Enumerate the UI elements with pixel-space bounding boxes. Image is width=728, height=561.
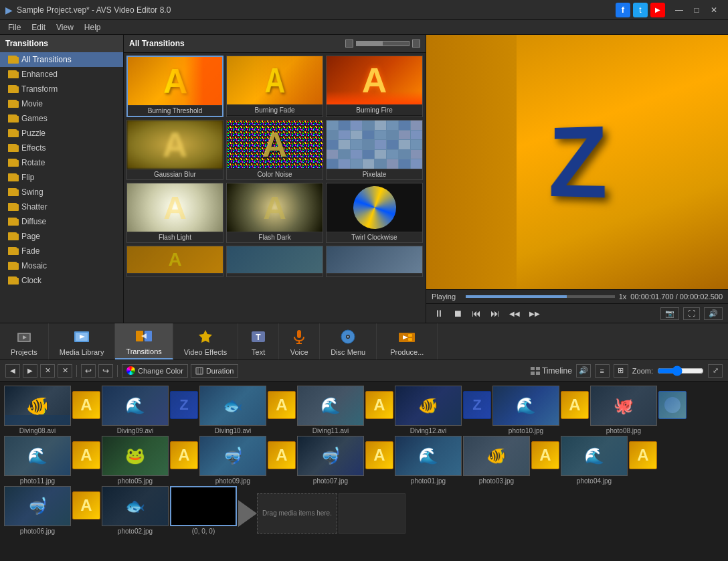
media-item-diving12[interactable]: 🐠 Diving12.avi	[395, 386, 462, 434]
undo-button[interactable]: ↩	[81, 364, 96, 378]
youtube-icon[interactable]: ▶	[650, 3, 665, 17]
media-transition-10[interactable]: A	[268, 441, 296, 485]
sidebar-item-enhanced[interactable]: Enhanced	[0, 67, 123, 82]
sidebar-item-mosaic[interactable]: Mosaic	[0, 258, 123, 273]
transition-extra-1[interactable]: A	[126, 246, 223, 277]
progress-bar[interactable]	[466, 295, 615, 298]
sidebar-item-all-transitions[interactable]: All Transitions	[0, 52, 123, 67]
media-grid-area[interactable]: 🐠 Diving08.avi A 🌊 Diving09.avi	[0, 382, 728, 554]
media-item-photo02[interactable]: 🐟 photo02.jpg	[102, 486, 169, 535]
sidebar-item-rotate[interactable]: Rotate	[0, 155, 123, 170]
media-transition-3[interactable]: A	[268, 391, 296, 434]
toolbar-transitions[interactable]: Transitions	[115, 323, 173, 359]
prev-frame-button[interactable]: ⏮	[469, 307, 484, 320]
media-item-photo07[interactable]: 🤿 photo07.jpg	[297, 436, 364, 485]
menu-file[interactable]: File	[3, 21, 26, 33]
toolbar-voice[interactable]: Voice	[279, 323, 320, 359]
next-frame-button[interactable]: ⏭	[488, 307, 503, 320]
media-transition-6[interactable]: A	[561, 391, 589, 434]
media-item-diving10[interactable]: 🐟 Diving10.avi	[199, 386, 266, 434]
frame-back-button[interactable]: ◀◀	[507, 307, 523, 320]
sidebar-item-clock[interactable]: Clock	[0, 273, 123, 288]
stop-button[interactable]: ⏹	[450, 307, 465, 320]
fullscreen-button[interactable]: ⛶	[683, 307, 700, 320]
toolbar-media-library[interactable]: Media Library	[49, 323, 116, 359]
media-transition-12[interactable]: A	[531, 441, 559, 485]
media-item-photo11[interactable]: 🌊 photo11.jpg	[4, 436, 71, 485]
toolbar-disc-menu[interactable]: Disc Menu	[320, 323, 377, 359]
view-mode-button[interactable]: ⊞	[614, 364, 628, 378]
sidebar-item-swing[interactable]: Swing	[0, 185, 123, 199]
media-transition-5[interactable]: Z	[463, 391, 491, 434]
media-transition-8[interactable]: A	[72, 441, 100, 485]
transition-burning-fire[interactable]: A Burning Fire	[326, 56, 423, 117]
menu-help[interactable]: Help	[79, 21, 106, 33]
media-transition-9[interactable]: A	[170, 441, 198, 485]
audio-button[interactable]: 🔊	[576, 364, 591, 378]
media-transition-11[interactable]: A	[365, 441, 393, 485]
menu-view[interactable]: View	[51, 21, 79, 33]
toolbar-video-effects[interactable]: Video Effects	[173, 323, 238, 359]
sidebar-item-diffuse[interactable]: Diffuse	[0, 214, 123, 229]
facebook-icon[interactable]: f	[616, 3, 630, 17]
media-item-photo06[interactable]: 🤿 photo06.jpg	[4, 486, 71, 535]
maximize-button[interactable]: □	[688, 1, 705, 19]
twitter-icon[interactable]: t	[633, 3, 648, 17]
media-item-photo05[interactable]: 🐸 photo05.jpg	[102, 436, 169, 485]
toolbar-produce[interactable]: Produce...	[377, 323, 438, 359]
pause-button[interactable]: ⏸	[432, 307, 446, 320]
media-item-diving08[interactable]: 🐠 Diving08.avi	[4, 386, 71, 434]
volume-button[interactable]: 🔊	[704, 307, 723, 320]
change-color-button[interactable]: Change Color	[122, 364, 188, 378]
transition-gaussian-blur[interactable]: A Gaussian Blur	[126, 120, 223, 180]
view-small-icon[interactable]	[345, 39, 353, 48]
transition-burning-threshold[interactable]: A Burning Threshold	[126, 56, 223, 117]
sidebar-item-transform[interactable]: Transform	[0, 82, 123, 96]
sidebar-item-page[interactable]: Page	[0, 229, 123, 244]
duration-button[interactable]: Duration	[191, 364, 239, 378]
media-item-photo08[interactable]: 🐙 photo08.jpg	[590, 386, 657, 434]
drop-zone[interactable]: Drag media items here.	[257, 493, 337, 534]
toolbar-text[interactable]: T Text	[238, 323, 279, 359]
media-transition-4[interactable]: A	[365, 391, 393, 434]
sidebar-item-effects[interactable]: Effects	[0, 141, 123, 155]
sidebar-item-flip[interactable]: Flip	[0, 170, 123, 185]
close-button[interactable]: ✕	[705, 1, 723, 19]
nav-x-button[interactable]: ✕	[40, 364, 55, 378]
media-item-photo01[interactable]: 🌊 photo01.jpg	[395, 436, 462, 485]
sidebar-item-shatter[interactable]: Shatter	[0, 199, 123, 214]
view-large-icon[interactable]	[412, 39, 420, 48]
transitions-grid-scroll[interactable]: A Burning Threshold A Burning Fade	[124, 53, 426, 323]
zoom-slider[interactable]	[657, 366, 704, 376]
media-item-black[interactable]: (0, 0, 0)	[170, 486, 237, 535]
media-item-photo09[interactable]: 🤿 photo09.jpg	[199, 436, 266, 485]
transition-flash-light[interactable]: A Flash Light	[126, 183, 223, 243]
nav-back-button[interactable]: ◀	[5, 364, 20, 378]
media-transition-2[interactable]: Z	[170, 391, 198, 434]
media-transition-7[interactable]	[658, 391, 687, 434]
transition-flash-dark[interactable]: A Flash Dark	[226, 183, 323, 243]
nav-fwd-button[interactable]: ▶	[23, 364, 37, 378]
sidebar-item-puzzle[interactable]: Puzzle	[0, 126, 123, 141]
media-item-diving09[interactable]: 🌊 Diving09.avi	[102, 386, 169, 434]
sidebar-item-fade[interactable]: Fade	[0, 244, 123, 258]
nav-del-button[interactable]: ✕	[58, 364, 72, 378]
media-item-photo10[interactable]: 🌊 photo10.jpg	[492, 386, 559, 434]
media-item-photo04[interactable]: 🌊 photo04.jpg	[561, 436, 628, 485]
transition-burning-fade[interactable]: A Burning Fade	[226, 56, 323, 117]
sidebar-item-movie[interactable]: Movie	[0, 96, 123, 111]
view-toggle-button[interactable]: ≡	[595, 364, 610, 378]
transition-color-noise[interactable]: A Color Noise	[226, 120, 323, 180]
transition-pixelate[interactable]: Pixelate	[326, 120, 423, 180]
media-transition-13[interactable]: A	[629, 441, 657, 485]
toolbar-projects[interactable]: Projects	[0, 323, 49, 359]
media-transition-1[interactable]: A	[72, 391, 100, 434]
transition-extra-2[interactable]	[226, 246, 323, 277]
minimize-button[interactable]: —	[670, 1, 688, 19]
redo-button[interactable]: ↪	[98, 364, 113, 378]
timeline-view-button[interactable]: Timeline	[531, 366, 572, 376]
menu-edit[interactable]: Edit	[26, 21, 51, 33]
media-transition-14[interactable]: A	[72, 491, 100, 535]
zoom-slider-control[interactable]	[356, 41, 410, 46]
snapshot-button[interactable]: 📷	[660, 307, 679, 320]
